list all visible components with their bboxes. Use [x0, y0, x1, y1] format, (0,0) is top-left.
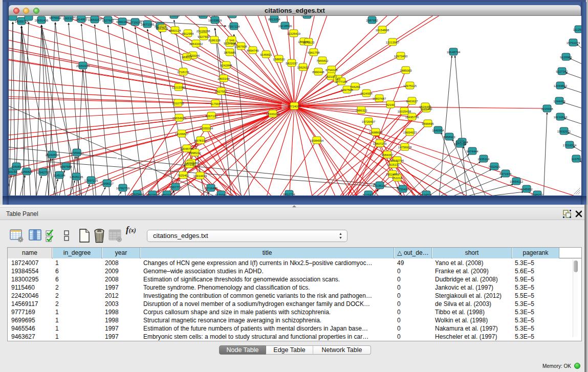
svg-text:6497508: 6497508 — [341, 89, 353, 92]
svg-text:11923446: 11923446 — [130, 193, 144, 196]
svg-text:1362611: 1362611 — [297, 66, 310, 69]
svg-text:15751074: 15751074 — [567, 41, 580, 45]
svg-text:8958923: 8958923 — [443, 136, 455, 139]
svg-text:26260550: 26260550 — [46, 154, 59, 157]
svg-text:8186328: 8186328 — [208, 39, 221, 42]
svg-text:116753: 116753 — [571, 158, 581, 161]
svg-text:16648794: 16648794 — [447, 51, 461, 54]
svg-text:17016504: 17016504 — [563, 144, 577, 147]
svg-text:19654925: 19654925 — [172, 117, 186, 120]
svg-text:17957225: 17957225 — [84, 179, 98, 182]
svg-text:2803144: 2803144 — [217, 77, 230, 80]
svg-text:14136141: 14136141 — [373, 184, 387, 187]
svg-text:9245012: 9245012 — [531, 193, 543, 196]
svg-text:9777169: 9777169 — [335, 80, 347, 83]
svg-text:9146821: 9146821 — [260, 53, 272, 56]
svg-text:9397588: 9397588 — [60, 165, 72, 168]
svg-text:7485003: 7485003 — [400, 69, 412, 72]
svg-text:7886322: 7886322 — [355, 109, 367, 112]
svg-text:8267130: 8267130 — [205, 115, 217, 118]
svg-text:12942757: 12942757 — [36, 171, 50, 174]
svg-text:8471676: 8471676 — [499, 172, 512, 176]
svg-text:3215938: 3215938 — [541, 107, 553, 111]
svg-text:6466160: 6466160 — [116, 20, 128, 24]
svg-text:16154808: 16154808 — [376, 29, 389, 32]
svg-text:18300295: 18300295 — [266, 113, 280, 116]
svg-text:16033809: 16033809 — [208, 19, 222, 22]
svg-text:9242845: 9242845 — [220, 64, 232, 67]
svg-text:1156829: 1156829 — [21, 170, 33, 173]
svg-text:10046756: 10046756 — [180, 147, 194, 150]
svg-text:3624554: 3624554 — [360, 92, 373, 95]
svg-text:257134: 257134 — [184, 163, 195, 166]
svg-text:10120746: 10120746 — [390, 159, 404, 162]
svg-text:989017: 989017 — [182, 56, 192, 59]
svg-text:8436721: 8436721 — [301, 16, 313, 17]
svg-text:1163342: 1163342 — [198, 16, 210, 17]
svg-text:16671385: 16671385 — [141, 23, 155, 26]
svg-text:2718176: 2718176 — [177, 71, 189, 74]
svg-text:9463627: 9463627 — [406, 100, 418, 103]
svg-text:2087682: 2087682 — [366, 19, 378, 22]
svg-text:20691406: 20691406 — [35, 19, 49, 22]
svg-text:2367608: 2367608 — [235, 45, 247, 48]
svg-text:9134511: 9134511 — [421, 193, 433, 196]
svg-text:16782759: 16782759 — [116, 187, 130, 190]
svg-text:16914479: 16914479 — [193, 174, 207, 178]
svg-text:9664910: 9664910 — [226, 16, 238, 16]
svg-text:7663822: 7663822 — [156, 27, 168, 30]
svg-text:6794028: 6794028 — [325, 69, 338, 72]
svg-text:435081: 435081 — [11, 165, 22, 168]
svg-text:9227342: 9227342 — [556, 70, 568, 73]
svg-text:12213383: 12213383 — [172, 86, 186, 89]
svg-text:8498222: 8498222 — [189, 151, 201, 155]
svg-text:9474444: 9474444 — [466, 150, 478, 153]
svg-text:18495756: 18495756 — [405, 116, 419, 119]
svg-text:9327503: 9327503 — [198, 35, 210, 38]
svg-text:7632621: 7632621 — [488, 165, 500, 168]
svg-text:12975115: 12975115 — [403, 84, 417, 87]
svg-text:19218506: 19218506 — [278, 25, 292, 28]
svg-text:16524861: 16524861 — [386, 173, 400, 176]
svg-text:8678332: 8678332 — [194, 139, 207, 142]
svg-text:9327508: 9327508 — [224, 42, 236, 45]
svg-text:12093822: 12093822 — [554, 84, 568, 87]
svg-text:9129966: 9129966 — [560, 56, 572, 59]
svg-text:12355394: 12355394 — [200, 127, 213, 130]
svg-text:10807487: 10807487 — [373, 97, 386, 100]
svg-text:252214: 252214 — [392, 177, 403, 180]
svg-text:8427552: 8427552 — [215, 90, 227, 93]
svg-text:20053346: 20053346 — [76, 64, 90, 68]
svg-text:23226058: 23226058 — [197, 30, 210, 33]
svg-text:15720407: 15720407 — [362, 120, 376, 123]
svg-text:10654112: 10654112 — [510, 180, 524, 183]
svg-text:1065327: 1065327 — [62, 17, 75, 20]
svg-text:8912954: 8912954 — [182, 32, 194, 35]
svg-text:1527602: 1527602 — [102, 19, 114, 22]
svg-text:1010755: 1010755 — [172, 102, 184, 105]
svg-text:9245652: 9245652 — [520, 188, 533, 191]
svg-text:9699695: 9699695 — [422, 122, 434, 125]
svg-text:16210643: 16210643 — [554, 116, 568, 119]
svg-text:12213967: 12213967 — [386, 41, 400, 44]
svg-text:18807249: 18807249 — [373, 142, 387, 145]
svg-text:1071123: 1071123 — [303, 41, 315, 44]
svg-text:93154: 93154 — [9, 170, 17, 173]
svg-text:8454749: 8454749 — [247, 49, 259, 52]
svg-text:11958117: 11958117 — [100, 182, 114, 185]
svg-text:15716485: 15716485 — [204, 187, 218, 190]
svg-text:14055724: 14055724 — [15, 20, 29, 23]
svg-text:10973493: 10973493 — [394, 55, 408, 58]
svg-text:7955812: 7955812 — [316, 59, 329, 62]
svg-text:1615132: 1615132 — [387, 163, 400, 166]
svg-text:8990448: 8990448 — [312, 71, 324, 74]
svg-text:19166827: 19166827 — [175, 133, 189, 136]
svg-text:19756928: 19756928 — [398, 146, 412, 149]
svg-text:8813054: 8813054 — [268, 18, 280, 21]
svg-text:6871234: 6871234 — [454, 143, 466, 146]
svg-text:10025438: 10025438 — [398, 110, 411, 113]
svg-text:1588520: 1588520 — [273, 58, 285, 61]
svg-text:546: 546 — [229, 39, 235, 42]
svg-text:15692971: 15692971 — [557, 130, 571, 133]
svg-text:62160: 62160 — [386, 103, 395, 106]
